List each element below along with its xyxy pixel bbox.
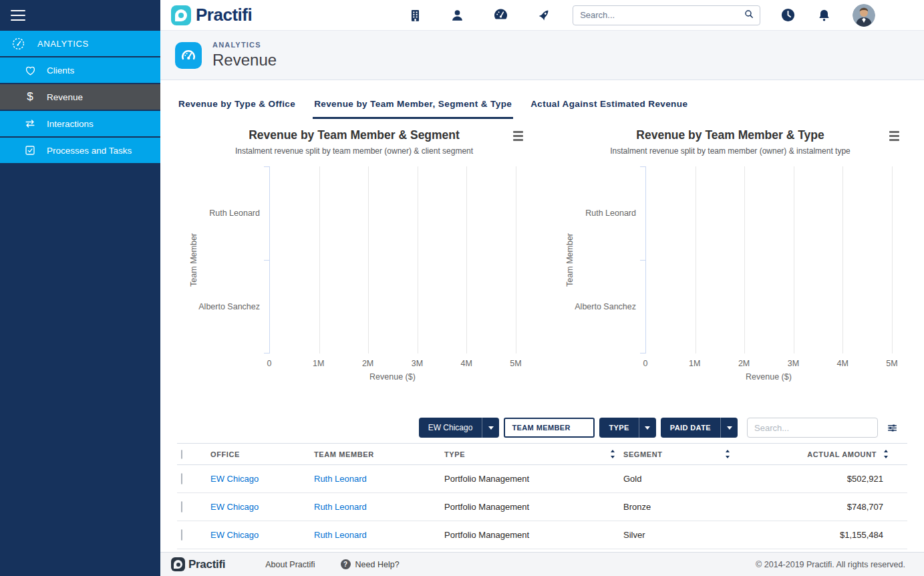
practifi-logo-icon <box>171 557 185 571</box>
chart-context-menu-icon[interactable] <box>886 128 902 143</box>
main-content: ANALYTICS Revenue Revenue by Type & Offi… <box>160 31 924 576</box>
bar-row <box>270 260 516 353</box>
app-window: ANALYTICS Clients $ Revenue Inter <box>0 0 924 576</box>
row-checkbox[interactable] <box>181 529 182 541</box>
office-link[interactable]: EW Chicago <box>210 502 259 512</box>
tab-revenue-by-type-office[interactable]: Revenue by Type & Office <box>177 96 297 119</box>
revenue-table: OFFICE TEAM MEMBER TYPE SEGMENT ACTUAL A… <box>177 443 907 549</box>
x-axis-tick-label: 2M <box>738 359 750 368</box>
table-header-row: OFFICE TEAM MEMBER TYPE SEGMENT ACTUAL A… <box>177 444 907 465</box>
select-all-checkbox[interactable] <box>181 450 182 459</box>
tab-actual-against-estimated[interactable]: Actual Against Estimated Revenue <box>529 96 689 119</box>
office-link[interactable]: EW Chicago <box>210 474 259 484</box>
team-member-link[interactable]: Ruth Leonard <box>314 530 367 540</box>
sort-icon[interactable] <box>725 450 730 458</box>
team-member-link[interactable]: Ruth Leonard <box>314 502 367 512</box>
table-row: EW ChicagoRuth LeonardPortfolio Manageme… <box>177 465 907 493</box>
need-help-link[interactable]: ? Need Help? <box>341 559 400 569</box>
type-cell: Portfolio Management <box>440 493 619 521</box>
dashboard-gauge-icon[interactable] <box>493 7 508 23</box>
team-member-cell: Ruth Leonard <box>310 521 440 549</box>
hamburger-menu-icon[interactable] <box>11 10 25 21</box>
page-title: Revenue <box>212 51 277 69</box>
chevron-down-icon <box>488 426 494 430</box>
organization-building-icon[interactable] <box>409 8 422 23</box>
x-axis-tick-label: 0 <box>267 359 272 368</box>
type-cell: Portfolio Management <box>440 521 619 549</box>
team-member-link[interactable]: Ruth Leonard <box>314 474 367 484</box>
practifi-logo[interactable]: Practifi <box>171 5 252 25</box>
office-cell: EW Chicago <box>206 465 310 493</box>
user-avatar[interactable] <box>853 4 875 27</box>
chart-revenue-by-team-member-type: Revenue by Team Member & Type Instalment… <box>553 127 907 394</box>
filter-toolbar: EW Chicago TEAM MEMBER TYPE PAID DATE <box>177 418 907 438</box>
footer-practifi-logo[interactable]: Practifi <box>171 557 225 571</box>
table-row: EW ChicagoRuth LeonardPortfolio Manageme… <box>177 521 907 549</box>
office-link[interactable]: EW Chicago <box>210 530 259 540</box>
search-icon[interactable] <box>744 9 754 22</box>
report-tabs: Revenue by Type & Office Revenue by Team… <box>177 96 907 119</box>
category-label: Alberto Sanchez <box>177 260 269 353</box>
x-axis-title: Revenue ($) <box>645 372 892 382</box>
actual-amount-cell: $502,921 <box>734 465 907 493</box>
office-filter-caret[interactable] <box>482 418 499 438</box>
column-header-team-member[interactable]: TEAM MEMBER <box>310 444 440 465</box>
chart-subtitle: Instalment revenue split by team member … <box>177 146 531 156</box>
sidebar-item-label: Processes and Tasks <box>47 146 132 156</box>
heart-icon <box>23 64 37 77</box>
copyright-text: © 2014-2019 Practifi. All rights reserve… <box>756 560 905 569</box>
team-member-filter-button[interactable]: TEAM MEMBER <box>504 418 595 438</box>
sidebar: ANALYTICS Clients $ Revenue Inter <box>0 0 160 576</box>
team-member-cell: Ruth Leonard <box>310 493 440 521</box>
office-filter-button[interactable]: EW Chicago <box>419 418 500 438</box>
sidebar-item-processes-tasks[interactable]: Processes and Tasks <box>0 138 160 164</box>
sort-icon[interactable] <box>610 450 615 458</box>
recent-clock-icon[interactable] <box>780 7 796 23</box>
sidebar-item-revenue[interactable]: $ Revenue <box>0 84 160 111</box>
charts-row: Revenue by Team Member & Segment Instalm… <box>177 127 907 394</box>
bar-row <box>646 260 892 353</box>
category-label: Ruth Leonard <box>553 166 645 260</box>
x-axis-ticks: 01M2M3M4M5M <box>645 359 892 370</box>
sidebar-item-interactions[interactable]: Interactions <box>0 111 160 138</box>
sidebar-item-analytics[interactable]: ANALYTICS <box>0 31 160 57</box>
type-filter-button[interactable]: TYPE <box>599 418 655 438</box>
global-search-input[interactable] <box>580 10 744 20</box>
type-filter-caret[interactable] <box>639 418 656 438</box>
bar-row <box>646 166 892 260</box>
chevron-down-icon <box>727 426 732 430</box>
x-axis-tick-label: 2M <box>362 359 373 368</box>
column-header-segment[interactable]: SEGMENT <box>619 444 734 465</box>
table-settings-sliders-icon[interactable] <box>887 422 898 434</box>
table-search <box>747 418 878 438</box>
column-header-type[interactable]: TYPE <box>440 444 619 465</box>
table-search-input[interactable] <box>754 423 871 433</box>
notifications-bell-icon[interactable] <box>817 8 831 23</box>
office-cell: EW Chicago <box>206 493 310 521</box>
global-search <box>573 5 760 25</box>
contacts-person-icon[interactable] <box>450 8 464 22</box>
column-header-actual-amount[interactable]: ACTUAL AMOUNT <box>734 444 907 465</box>
x-axis-tick-label: 1M <box>689 359 700 368</box>
rocket-icon[interactable] <box>537 8 551 22</box>
arrows-exchange-icon <box>23 117 37 130</box>
about-practifi-link[interactable]: About Practifi <box>265 560 315 569</box>
sidebar-item-clients[interactable]: Clients <box>0 57 160 84</box>
category-label: Alberto Sanchez <box>553 260 645 353</box>
segment-cell: Gold <box>619 465 734 493</box>
segment-cell: Bronze <box>619 493 734 521</box>
paid-date-filter-button[interactable]: PAID DATE <box>661 418 738 438</box>
x-axis-tick-label: 4M <box>837 359 849 368</box>
chart-context-menu-icon[interactable] <box>510 128 526 143</box>
practifi-logo-icon <box>171 5 191 25</box>
row-checkbox[interactable] <box>181 473 182 484</box>
row-checkbox[interactable] <box>181 501 182 513</box>
sort-icon[interactable] <box>883 450 889 458</box>
column-header-office[interactable]: OFFICE <box>206 444 310 465</box>
tab-revenue-by-team-member-segment-type[interactable]: Revenue by Team Member, Segment & Type <box>313 96 513 119</box>
row-checkbox-cell <box>177 465 206 493</box>
x-axis-tick-label: 1M <box>313 359 324 368</box>
team-member-cell: Ruth Leonard <box>310 465 440 493</box>
x-axis-tick-label: 0 <box>643 359 648 368</box>
paid-date-filter-caret[interactable] <box>720 418 738 438</box>
